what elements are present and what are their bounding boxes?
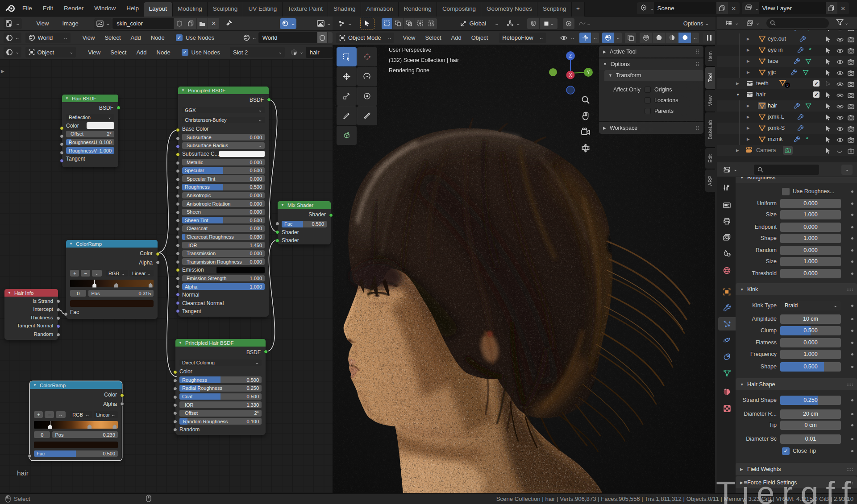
svg-text:X: X	[569, 73, 572, 78]
svg-text:Y: Y	[587, 70, 590, 75]
svg-text:Z: Z	[569, 54, 572, 58]
